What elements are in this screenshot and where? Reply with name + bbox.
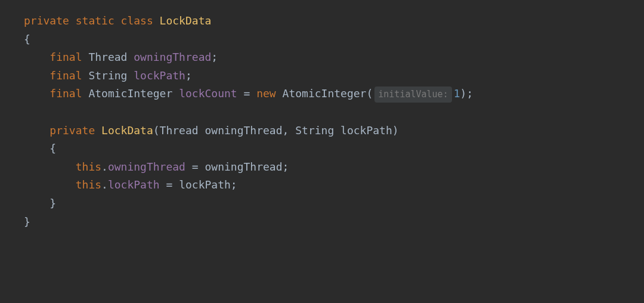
keyword-this: this xyxy=(76,178,101,191)
keyword-this: this xyxy=(76,160,101,173)
code-line: final Thread owningThread; xyxy=(24,48,620,67)
identifier: lockPath xyxy=(179,178,231,191)
field-access: owningThread xyxy=(108,160,185,173)
semicolon: ; xyxy=(283,160,289,173)
constructor-name: LockData xyxy=(101,124,153,137)
type-identifier: AtomicInteger xyxy=(88,87,172,100)
identifier: owningThread xyxy=(205,160,282,173)
close-brace: } xyxy=(24,215,30,228)
code-line: { xyxy=(24,140,620,158)
comma: , xyxy=(283,124,296,137)
class-identifier: LockData xyxy=(160,14,212,27)
param-name: lockPath xyxy=(340,124,392,137)
keyword-private: private xyxy=(49,124,95,137)
blank-line xyxy=(24,103,620,122)
constructor-call: AtomicInteger xyxy=(283,87,367,100)
code-line: this.lockPath = lockPath; xyxy=(24,176,620,194)
param-type: String xyxy=(295,124,334,137)
keyword-class: class xyxy=(121,14,153,27)
code-editor[interactable]: private static class LockData { final Th… xyxy=(24,12,620,231)
dot-operator: . xyxy=(101,160,108,173)
equals-operator: = xyxy=(160,178,179,191)
variable-name: lockCount xyxy=(179,87,237,100)
semicolon: ; xyxy=(211,51,218,63)
left-paren: ( xyxy=(366,87,373,100)
code-line: private LockData(Thread owningThread, St… xyxy=(24,122,620,140)
number-literal: 1 xyxy=(454,87,460,100)
keyword-final: final xyxy=(49,69,82,82)
open-brace: { xyxy=(49,142,56,154)
left-paren: ( xyxy=(153,124,160,137)
semicolon: ; xyxy=(466,87,473,100)
parameter-hint: initialValue: xyxy=(374,86,451,103)
type-identifier: String xyxy=(88,69,127,82)
keyword-static: static xyxy=(76,14,114,27)
variable-name: owningThread xyxy=(134,51,211,63)
keyword-final: final xyxy=(49,51,82,63)
field-access: lockPath xyxy=(108,178,160,191)
code-line: } xyxy=(24,194,620,213)
type-identifier: Thread xyxy=(88,51,127,63)
code-line: { xyxy=(24,30,620,49)
keyword-private: private xyxy=(24,14,69,27)
open-brace: { xyxy=(24,33,30,45)
equals-operator: = xyxy=(185,160,205,173)
param-name: owningThread xyxy=(205,124,282,137)
equals-operator: = xyxy=(237,87,257,100)
close-brace: } xyxy=(49,197,56,209)
semicolon: ; xyxy=(185,69,192,82)
code-line: this.owningThread = owningThread; xyxy=(24,158,620,177)
keyword-new: new xyxy=(256,87,276,100)
code-line: private static class LockData xyxy=(24,12,620,30)
keyword-final: final xyxy=(49,87,82,100)
right-paren: ) xyxy=(460,87,467,100)
code-line: final AtomicInteger lockCount = new Atom… xyxy=(24,85,620,103)
right-paren: ) xyxy=(392,124,399,137)
code-line: } xyxy=(24,213,620,231)
semicolon: ; xyxy=(231,178,237,191)
param-type: Thread xyxy=(160,124,199,137)
code-line: final String lockPath; xyxy=(24,67,620,85)
dot-operator: . xyxy=(101,178,108,191)
variable-name: lockPath xyxy=(134,69,185,82)
